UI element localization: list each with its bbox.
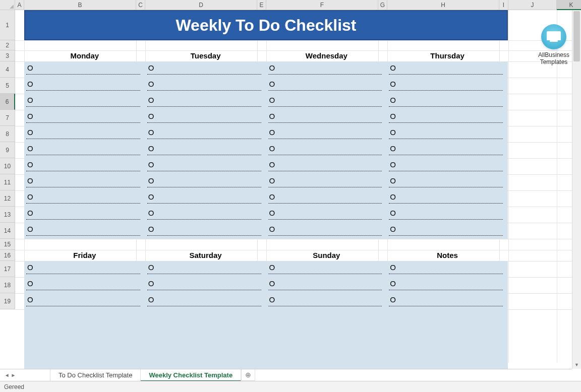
column-header-J[interactable]: J [508, 0, 557, 10]
todo-cell[interactable]: O [24, 94, 145, 110]
todo-cell[interactable]: O [266, 142, 387, 158]
todo-row-14: OOOO [24, 223, 508, 239]
todo-cell[interactable]: O [145, 190, 266, 207]
brand-text-line2: Templates [529, 58, 579, 66]
todo-cell[interactable]: O [266, 207, 387, 223]
row-header-4[interactable]: 4 [0, 61, 15, 78]
row-header-18[interactable]: 18 [0, 277, 15, 293]
row-header-9[interactable]: 9 [0, 142, 15, 158]
todo-cell[interactable]: O [24, 190, 145, 207]
todo-cell[interactable]: O [387, 190, 508, 207]
todo-cell[interactable]: O [145, 110, 266, 126]
row-header-12[interactable]: 12 [0, 190, 15, 207]
todo-cell[interactable]: O [24, 277, 145, 293]
todo-cell[interactable]: O [145, 158, 266, 174]
column-header-D[interactable]: D [145, 0, 257, 10]
todo-cell[interactable]: O [24, 78, 145, 94]
todo-cell[interactable]: O [145, 207, 266, 223]
select-all-corner[interactable] [0, 0, 15, 10]
todo-cell[interactable]: O [266, 223, 387, 239]
todo-cell[interactable]: O [387, 207, 508, 223]
row-header-11[interactable]: 11 [0, 174, 15, 190]
tab-to-do-checklist-template[interactable]: To Do Checklist Template [50, 369, 141, 381]
column-header-A[interactable]: A [15, 0, 24, 10]
todo-cell[interactable]: O [387, 261, 508, 277]
todo-cell[interactable]: O [387, 78, 508, 94]
todo-cell[interactable]: O [387, 126, 508, 142]
todo-cell[interactable]: O [266, 110, 387, 126]
row-header-8[interactable]: 8 [0, 126, 15, 142]
todo-cell[interactable]: O [24, 293, 145, 309]
row-header-16[interactable]: 16 [0, 250, 15, 261]
row-header-17[interactable]: 17 [0, 261, 15, 277]
todo-cell[interactable]: O [24, 261, 145, 277]
todo-cell[interactable]: O [387, 293, 508, 309]
todo-cell[interactable]: O [24, 126, 145, 142]
todo-cell[interactable]: O [266, 277, 387, 293]
todo-cell[interactable]: O [266, 190, 387, 207]
todo-cell[interactable]: O [145, 126, 266, 142]
todo-cell[interactable]: O [145, 261, 266, 277]
new-sheet-button[interactable]: ⊕ [241, 369, 255, 381]
vertical-scroll-thumb[interactable] [573, 11, 580, 61]
todo-cell[interactable]: O [145, 61, 266, 78]
todo-cell[interactable]: O [24, 110, 145, 126]
todo-cell[interactable]: O [145, 94, 266, 110]
column-header-B[interactable]: B [24, 0, 136, 10]
todo-cell[interactable]: O [145, 223, 266, 239]
row-header-7[interactable]: 7 [0, 110, 15, 126]
todo-cell[interactable]: O [266, 78, 387, 94]
todo-cell[interactable]: O [145, 293, 266, 309]
worksheet-grid[interactable]: Weekly To Do Checklist Monday Tuesday We… [15, 10, 581, 363]
row-header-13[interactable]: 13 [0, 207, 15, 223]
row-header-2[interactable]: 2 [0, 40, 15, 50]
column-header-K[interactable]: K [557, 0, 581, 10]
todo-cell[interactable]: O [145, 277, 266, 293]
todo-cell[interactable]: O [145, 174, 266, 190]
todo-cell[interactable]: O [266, 61, 387, 78]
tab-nav-arrows[interactable]: ◄ ► [0, 369, 20, 381]
bullet-icon: O [390, 126, 396, 139]
todo-cell[interactable]: O [145, 142, 266, 158]
todo-cell[interactable]: O [266, 261, 387, 277]
todo-cell[interactable]: O [24, 142, 145, 158]
todo-cell[interactable]: O [387, 110, 508, 126]
todo-cell[interactable]: O [266, 174, 387, 190]
row-header-15[interactable]: 15 [0, 239, 15, 250]
todo-cell[interactable]: O [266, 158, 387, 174]
row-header-1[interactable]: 1 [0, 10, 15, 40]
todo-cell[interactable]: O [387, 94, 508, 110]
todo-cell[interactable]: O [24, 158, 145, 174]
column-header-I[interactable]: I [499, 0, 508, 10]
row-header-14[interactable]: 14 [0, 223, 15, 239]
column-header-E[interactable]: E [257, 0, 266, 10]
todo-cell[interactable]: O [24, 207, 145, 223]
row-header-5[interactable]: 5 [0, 78, 15, 94]
todo-cell[interactable]: O [145, 78, 266, 94]
row-header-10[interactable]: 10 [0, 158, 15, 174]
todo-cell[interactable]: O [387, 158, 508, 174]
bullet-icon: O [269, 190, 275, 204]
todo-cell[interactable]: O [266, 293, 387, 309]
todo-cell[interactable]: O [24, 174, 145, 190]
todo-cell[interactable]: O [387, 174, 508, 190]
row-header-3[interactable]: 3 [0, 50, 15, 61]
todo-cell[interactable]: O [266, 126, 387, 142]
column-header-H[interactable]: H [387, 0, 499, 10]
todo-cell[interactable]: O [24, 61, 145, 78]
todo-cell[interactable]: O [387, 277, 508, 293]
column-header-G[interactable]: G [378, 0, 387, 10]
todo-cell[interactable]: O [387, 61, 508, 78]
row-header-19[interactable]: 19 [0, 293, 15, 309]
todo-row-5: OOOO [24, 78, 508, 94]
column-header-F[interactable]: F [266, 0, 378, 10]
row-header-6[interactable]: 6 [0, 94, 15, 110]
vertical-scrollbar[interactable]: ▲ ▼ [572, 10, 581, 369]
todo-cell[interactable]: O [387, 142, 508, 158]
todo-cell[interactable]: O [24, 223, 145, 239]
scroll-down-arrow-icon[interactable]: ▼ [572, 361, 581, 369]
column-header-C[interactable]: C [136, 0, 145, 10]
todo-cell[interactable]: O [387, 223, 508, 239]
tab-weekly-checklist-template[interactable]: Weekly Checklist Template [141, 369, 241, 381]
todo-cell[interactable]: O [266, 94, 387, 110]
